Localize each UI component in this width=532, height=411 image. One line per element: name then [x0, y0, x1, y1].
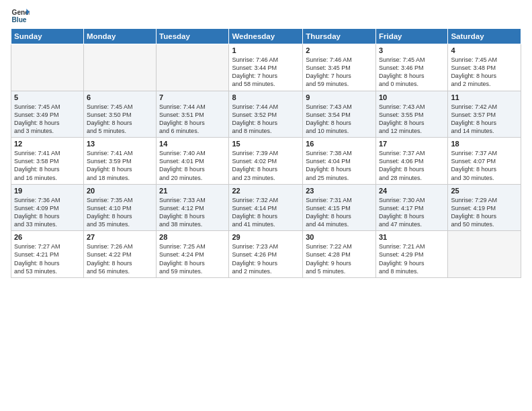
calendar-week-4: 19Sunrise: 7:36 AM Sunset: 4:09 PM Dayli… [11, 184, 521, 231]
day-number: 19 [14, 187, 81, 195]
day-info: Sunrise: 7:30 AM Sunset: 4:17 PM Dayligh… [379, 196, 445, 229]
day-info: Sunrise: 7:29 AM Sunset: 4:19 PM Dayligh… [451, 196, 518, 229]
day-info: Sunrise: 7:43 AM Sunset: 3:54 PM Dayligh… [306, 103, 373, 136]
day-number: 12 [14, 140, 81, 148]
calendar-cell: 27Sunrise: 7:26 AM Sunset: 4:22 PM Dayli… [83, 231, 156, 278]
calendar-cell: 10Sunrise: 7:43 AM Sunset: 3:55 PM Dayli… [375, 91, 447, 138]
calendar-cell: 22Sunrise: 7:32 AM Sunset: 4:14 PM Dayli… [229, 184, 303, 231]
calendar-table: SundayMondayTuesdayWednesdayThursdayFrid… [11, 28, 521, 278]
day-info: Sunrise: 7:21 AM Sunset: 4:29 PM Dayligh… [379, 242, 445, 275]
calendar-cell: 14Sunrise: 7:40 AM Sunset: 4:01 PM Dayli… [157, 138, 229, 185]
calendar-week-5: 26Sunrise: 7:27 AM Sunset: 4:21 PM Dayli… [11, 231, 521, 278]
day-number: 21 [159, 187, 226, 195]
day-number: 22 [232, 187, 300, 195]
day-number: 6 [87, 93, 153, 101]
calendar-header-saturday: Saturday [448, 29, 521, 44]
calendar-cell: 29Sunrise: 7:23 AM Sunset: 4:26 PM Dayli… [229, 231, 303, 278]
day-number: 26 [14, 233, 81, 241]
calendar-cell: 6Sunrise: 7:45 AM Sunset: 3:50 PM Daylig… [83, 91, 156, 138]
calendar-cell [157, 44, 229, 91]
calendar-cell [11, 44, 84, 91]
day-number: 25 [451, 187, 518, 195]
calendar-cell: 5Sunrise: 7:45 AM Sunset: 3:49 PM Daylig… [11, 91, 84, 138]
day-info: Sunrise: 7:26 AM Sunset: 4:22 PM Dayligh… [87, 242, 153, 275]
day-info: Sunrise: 7:36 AM Sunset: 4:09 PM Dayligh… [14, 196, 81, 229]
day-info: Sunrise: 7:42 AM Sunset: 3:57 PM Dayligh… [451, 103, 518, 136]
calendar-header-thursday: Thursday [303, 29, 376, 44]
day-info: Sunrise: 7:33 AM Sunset: 4:12 PM Dayligh… [159, 196, 226, 229]
day-number: 10 [379, 93, 445, 101]
calendar-cell: 13Sunrise: 7:41 AM Sunset: 3:59 PM Dayli… [83, 138, 156, 185]
day-info: Sunrise: 7:25 AM Sunset: 4:24 PM Dayligh… [159, 242, 226, 275]
day-info: Sunrise: 7:45 AM Sunset: 3:50 PM Dayligh… [87, 103, 153, 136]
day-info: Sunrise: 7:40 AM Sunset: 4:01 PM Dayligh… [159, 149, 226, 182]
day-number: 30 [306, 233, 373, 241]
calendar-cell [448, 231, 521, 278]
logo: General Blue [11, 7, 30, 26]
calendar-cell: 17Sunrise: 7:37 AM Sunset: 4:06 PM Dayli… [375, 138, 447, 185]
calendar-cell: 28Sunrise: 7:25 AM Sunset: 4:24 PM Dayli… [157, 231, 229, 278]
day-info: Sunrise: 7:35 AM Sunset: 4:10 PM Dayligh… [87, 196, 153, 229]
day-info: Sunrise: 7:44 AM Sunset: 3:51 PM Dayligh… [159, 103, 226, 136]
day-info: Sunrise: 7:37 AM Sunset: 4:07 PM Dayligh… [451, 149, 518, 182]
day-number: 9 [306, 93, 373, 101]
page-container: General Blue SundayMondayTuesdayWednesda… [0, 0, 532, 283]
calendar-cell: 8Sunrise: 7:44 AM Sunset: 3:52 PM Daylig… [229, 91, 303, 138]
calendar-cell: 26Sunrise: 7:27 AM Sunset: 4:21 PM Dayli… [11, 231, 84, 278]
day-info: Sunrise: 7:31 AM Sunset: 4:15 PM Dayligh… [306, 196, 373, 229]
calendar-week-2: 5Sunrise: 7:45 AM Sunset: 3:49 PM Daylig… [11, 91, 521, 138]
svg-text:Blue: Blue [12, 16, 27, 24]
calendar-cell: 23Sunrise: 7:31 AM Sunset: 4:15 PM Dayli… [303, 184, 376, 231]
day-number: 7 [159, 93, 226, 101]
calendar-cell: 9Sunrise: 7:43 AM Sunset: 3:54 PM Daylig… [303, 91, 376, 138]
day-info: Sunrise: 7:41 AM Sunset: 3:58 PM Dayligh… [14, 149, 81, 182]
header: General Blue [11, 7, 521, 26]
day-number: 18 [451, 140, 518, 148]
day-number: 2 [306, 46, 373, 54]
calendar-cell [83, 44, 156, 91]
calendar-cell: 3Sunrise: 7:45 AM Sunset: 3:46 PM Daylig… [375, 44, 447, 91]
day-number: 3 [379, 46, 445, 54]
calendar-cell: 18Sunrise: 7:37 AM Sunset: 4:07 PM Dayli… [448, 138, 521, 185]
day-info: Sunrise: 7:45 AM Sunset: 3:49 PM Dayligh… [14, 103, 81, 136]
calendar-cell: 16Sunrise: 7:38 AM Sunset: 4:04 PM Dayli… [303, 138, 376, 185]
calendar-header-wednesday: Wednesday [229, 29, 303, 44]
calendar-week-3: 12Sunrise: 7:41 AM Sunset: 3:58 PM Dayli… [11, 138, 521, 185]
day-number: 28 [159, 233, 226, 241]
day-info: Sunrise: 7:46 AM Sunset: 3:44 PM Dayligh… [232, 56, 300, 89]
day-info: Sunrise: 7:32 AM Sunset: 4:14 PM Dayligh… [232, 196, 300, 229]
calendar-cell: 15Sunrise: 7:39 AM Sunset: 4:02 PM Dayli… [229, 138, 303, 185]
calendar-cell: 4Sunrise: 7:45 AM Sunset: 3:48 PM Daylig… [448, 44, 521, 91]
day-info: Sunrise: 7:39 AM Sunset: 4:02 PM Dayligh… [232, 149, 300, 182]
calendar-header-sunday: Sunday [11, 29, 84, 44]
day-number: 23 [306, 187, 373, 195]
calendar-cell: 31Sunrise: 7:21 AM Sunset: 4:29 PM Dayli… [375, 231, 447, 278]
calendar-cell: 20Sunrise: 7:35 AM Sunset: 4:10 PM Dayli… [83, 184, 156, 231]
day-info: Sunrise: 7:23 AM Sunset: 4:26 PM Dayligh… [232, 242, 300, 275]
day-number: 4 [451, 46, 518, 54]
day-number: 27 [87, 233, 153, 241]
day-number: 15 [232, 140, 300, 148]
calendar-header-row: SundayMondayTuesdayWednesdayThursdayFrid… [11, 29, 521, 44]
day-number: 16 [306, 140, 373, 148]
calendar-cell: 7Sunrise: 7:44 AM Sunset: 3:51 PM Daylig… [157, 91, 229, 138]
day-number: 11 [451, 93, 518, 101]
calendar-cell: 2Sunrise: 7:46 AM Sunset: 3:45 PM Daylig… [303, 44, 376, 91]
calendar-header-tuesday: Tuesday [157, 29, 229, 44]
calendar-cell: 24Sunrise: 7:30 AM Sunset: 4:17 PM Dayli… [375, 184, 447, 231]
logo-icon: General Blue [11, 7, 30, 26]
day-number: 29 [232, 233, 300, 241]
day-info: Sunrise: 7:45 AM Sunset: 3:46 PM Dayligh… [379, 56, 445, 89]
day-number: 8 [232, 93, 300, 101]
day-info: Sunrise: 7:44 AM Sunset: 3:52 PM Dayligh… [232, 103, 300, 136]
calendar-cell: 30Sunrise: 7:22 AM Sunset: 4:28 PM Dayli… [303, 231, 376, 278]
calendar-cell: 12Sunrise: 7:41 AM Sunset: 3:58 PM Dayli… [11, 138, 84, 185]
day-info: Sunrise: 7:45 AM Sunset: 3:48 PM Dayligh… [451, 56, 518, 89]
calendar-cell: 21Sunrise: 7:33 AM Sunset: 4:12 PM Dayli… [157, 184, 229, 231]
day-number: 14 [159, 140, 226, 148]
day-number: 17 [379, 140, 445, 148]
day-number: 1 [232, 46, 300, 54]
day-number: 31 [379, 233, 445, 241]
day-info: Sunrise: 7:46 AM Sunset: 3:45 PM Dayligh… [306, 56, 373, 89]
day-number: 20 [87, 187, 153, 195]
